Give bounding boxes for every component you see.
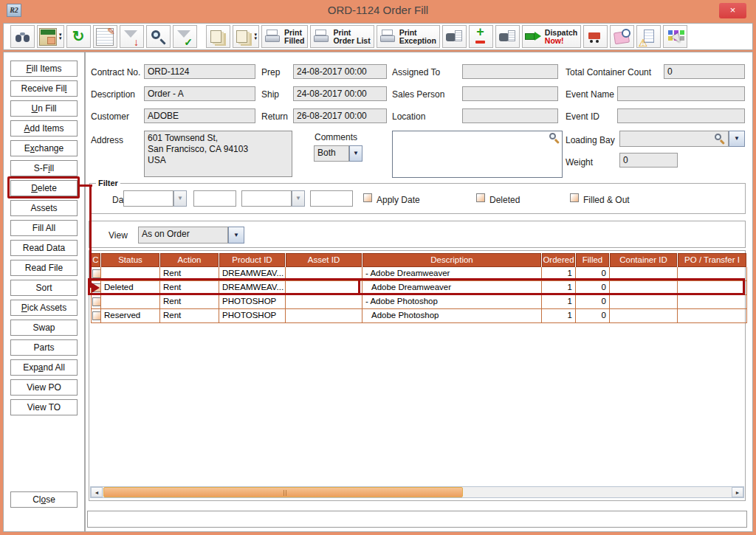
multi-select-button[interactable] xyxy=(663,25,687,48)
apply-date-checkbox[interactable] xyxy=(363,193,372,202)
return-date-field[interactable]: 26-08-2017 00:00 xyxy=(293,108,387,123)
zoom-button[interactable] xyxy=(146,25,171,48)
filter-date-from-type-dropdown-button[interactable]: ▼ xyxy=(173,190,187,207)
collate-print-button[interactable]: ▾▾ xyxy=(233,25,260,48)
split-chevron-icon[interactable]: ▾▾ xyxy=(59,33,62,40)
scan-item-button[interactable] xyxy=(442,25,467,48)
column-header-action[interactable]: Action xyxy=(160,253,219,267)
sidebar-button-receive-fill[interactable]: Receive Fill xyxy=(10,80,78,97)
row-checkbox[interactable] xyxy=(92,269,101,278)
pick-items-button[interactable]: ▾▾ xyxy=(37,25,64,48)
horizontal-scrollbar[interactable]: ◄ ► xyxy=(90,486,744,498)
column-header-c[interactable]: C xyxy=(91,253,100,267)
table-row[interactable]: RentPHOTOSHOP- Adobe Photoshop10 xyxy=(91,295,747,309)
comments-mode-dropdown-button[interactable]: ▼ xyxy=(349,145,362,162)
comments-mode-select[interactable]: Both xyxy=(314,145,349,162)
column-header-po-transfer-i[interactable]: PO / Transfer I xyxy=(678,253,746,267)
description-label: Description xyxy=(91,89,135,100)
edit-notes-button[interactable] xyxy=(93,25,117,48)
sidebar-button-parts[interactable]: Parts xyxy=(10,339,78,356)
view-select[interactable]: As on Order xyxy=(138,227,228,244)
sidebar-button-add-items[interactable]: Add Items xyxy=(10,120,78,137)
filter-out-button[interactable] xyxy=(120,25,144,48)
add-remove-button[interactable] xyxy=(469,25,493,48)
shipping-truck-button[interactable] xyxy=(583,25,608,48)
sidebar-button-view-po[interactable]: View PO xyxy=(10,379,78,396)
filter-date-from-type-select[interactable] xyxy=(123,190,173,207)
view-dropdown-button[interactable]: ▼ xyxy=(228,227,244,244)
split-chevron-icon[interactable]: ▾▾ xyxy=(255,33,258,40)
address-field[interactable]: 601 Townsend St, San Francisco, CA 94103… xyxy=(144,131,292,177)
loading-bay-dropdown-button[interactable]: ▼ xyxy=(729,131,745,147)
schedule-button[interactable] xyxy=(610,25,634,48)
sales-person-field[interactable] xyxy=(462,86,558,101)
scroll-right-button[interactable]: ► xyxy=(732,487,743,497)
filter-date-to-type-select[interactable] xyxy=(241,190,292,207)
filter-applied-button[interactable] xyxy=(173,25,197,48)
sidebar-button-s-fill[interactable]: S-Fill xyxy=(10,160,78,176)
total-container-count-field[interactable]: 0 xyxy=(664,64,745,79)
description-field[interactable]: Order - A xyxy=(144,86,255,101)
sidebar-button-un-fill[interactable]: Un Fill xyxy=(10,100,78,117)
refresh-button[interactable] xyxy=(66,25,91,48)
sidebar-button-pick-assets[interactable]: Pick Assets xyxy=(10,300,78,316)
weight-field[interactable]: 0 xyxy=(619,153,678,168)
comments-text-field[interactable] xyxy=(392,131,563,178)
assigned-to-field[interactable] xyxy=(462,64,558,79)
filter-date-to-field[interactable] xyxy=(310,190,353,207)
event-name-field[interactable] xyxy=(617,86,745,101)
sidebar-button-fill-items[interactable]: Fill Items xyxy=(10,61,78,77)
column-header-status[interactable]: Status xyxy=(101,253,159,267)
row-checkbox[interactable] xyxy=(92,297,101,306)
deleted-checkbox[interactable] xyxy=(476,193,485,202)
print-order-list-label: PrintOrder List xyxy=(331,29,371,45)
find-button[interactable] xyxy=(10,25,35,48)
scrollbar-thumb[interactable] xyxy=(103,487,463,497)
column-header-container-id[interactable]: Container ID xyxy=(610,253,677,267)
sidebar-button-assets[interactable]: Assets xyxy=(10,200,78,216)
ship-date-field[interactable]: 24-08-2017 00:00 xyxy=(293,86,387,101)
sidebar-button-read-file[interactable]: Read File xyxy=(10,260,78,276)
collate-button[interactable] xyxy=(206,25,230,48)
location-field[interactable] xyxy=(462,108,558,123)
column-header-ordered[interactable]: Ordered xyxy=(542,253,575,267)
column-header-asset-id[interactable]: Asset ID xyxy=(286,253,362,267)
sidebar-button-expand-all[interactable]: Expand All xyxy=(10,359,78,376)
sidebar-button-fill-all[interactable]: Fill All xyxy=(10,220,78,236)
sidebar-button-swap[interactable]: Swap xyxy=(10,320,78,336)
cell-asset-id xyxy=(286,309,362,323)
dispatch-now-button[interactable]: DispatchNow! xyxy=(522,25,581,48)
close-window-button[interactable]: × xyxy=(719,3,746,18)
sidebar-button-sort[interactable]: Sort xyxy=(10,280,78,296)
column-header-filled[interactable]: Filled xyxy=(576,253,609,267)
sidebar-button-read-data[interactable]: Read Data xyxy=(10,240,78,256)
scan-item-2-button[interactable] xyxy=(495,25,520,48)
prep-date-field[interactable]: 24-08-2017 00:00 xyxy=(293,64,387,79)
cell-select xyxy=(91,309,101,323)
row-checkbox[interactable] xyxy=(92,311,101,320)
comments-lookup-icon[interactable] xyxy=(549,133,560,143)
filter-date-to-type-dropdown-button[interactable]: ▼ xyxy=(292,190,305,207)
column-header-description[interactable]: Description xyxy=(362,253,541,267)
column-header-product-id[interactable]: Product ID xyxy=(219,253,285,267)
filter-date-from-field[interactable] xyxy=(193,190,236,207)
sidebar-button-exchange[interactable]: Exchange xyxy=(10,140,78,156)
sidebar-button-close[interactable]: Close xyxy=(10,491,78,508)
exception-report-button[interactable] xyxy=(636,25,661,48)
row-checkbox[interactable] xyxy=(92,283,101,292)
filled-and-out-checkbox[interactable] xyxy=(570,193,579,202)
scroll-left-button[interactable]: ◄ xyxy=(91,487,103,497)
print-filled-button[interactable]: PrintFilled xyxy=(261,25,308,48)
table-row[interactable]: ReservedRentPHOTOSHOPAdobe Photoshop10 xyxy=(91,309,747,323)
customer-field[interactable]: ADOBE xyxy=(144,108,255,123)
table-row-highlighted[interactable]: DeletedRentDREAMWEAV...Adobe Dreamweaver… xyxy=(91,281,747,295)
loading-bay-lookup-icon[interactable] xyxy=(715,134,725,144)
loading-bay-field[interactable] xyxy=(619,131,729,147)
print-order-list-button[interactable]: PrintOrder List xyxy=(310,25,374,48)
sidebar-button-view-to[interactable]: View TO xyxy=(10,399,78,415)
event-id-field[interactable] xyxy=(617,108,745,123)
sidebar-button-delete[interactable]: Delete xyxy=(10,180,78,196)
table-row[interactable]: RentDREAMWEAV...- Adobe Dreamweaver10 xyxy=(91,267,747,281)
contract-no-field[interactable]: ORD-1124 xyxy=(144,64,255,79)
print-exception-button[interactable]: PrintException xyxy=(377,25,440,48)
